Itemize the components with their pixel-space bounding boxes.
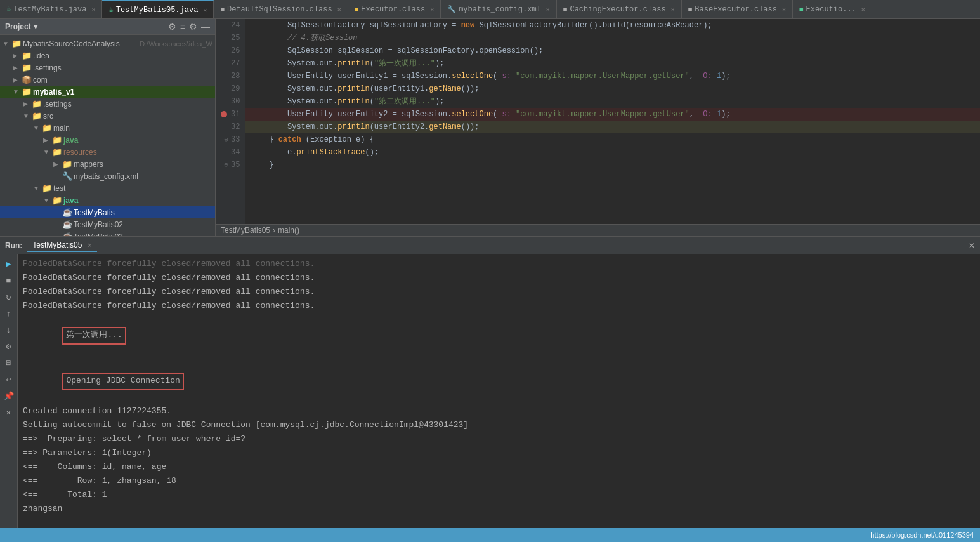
tab-CachingExecutor[interactable]: ◼ CachingExecutor.class ✕ — [557, 0, 682, 18]
pin-button[interactable]: 📌 — [2, 389, 16, 403]
tab-close-TestMyBatis[interactable]: ✕ — [91, 6, 95, 13]
output-line-3: PooledDataSource forcefully closed/remov… — [23, 285, 975, 299]
tab-close-CachingExecutor[interactable]: ✕ — [671, 6, 675, 13]
close-run-button[interactable]: ✕ — [2, 406, 16, 420]
run-panel-close[interactable]: ✕ — [969, 241, 975, 250]
line-numbers: 24 25 26 27 28 29 30 31 32 ⊖ 33 34 ⊖ 35 — [216, 19, 245, 224]
tab-TestMyBatis05[interactable]: ☕ TestMyBatis05.java ✕ — [102, 0, 214, 18]
tab-mybatis-config[interactable]: 🔧 mybatis_config.xml ✕ — [441, 0, 557, 18]
filter-button[interactable]: ⊟ — [2, 356, 16, 370]
ln-31: 31 — [221, 108, 240, 121]
tab-DefaultSqlSession[interactable]: ◼ DefaultSqlSession.class ✕ — [214, 0, 348, 18]
tree-label-TestMyBatis: TestMyBatis — [74, 208, 212, 217]
tree-arrow-settings: ▶ — [13, 64, 22, 71]
folder-icon-test-java: 📁 — [52, 195, 63, 205]
tree-arrow-java: ▶ — [43, 136, 52, 143]
tab-close-mybatis-config[interactable]: ✕ — [546, 6, 550, 13]
folder-icon-mybatis-settings: 📁 — [32, 99, 43, 109]
ln-26: 26 — [221, 44, 240, 57]
ln-25: 25 — [221, 32, 240, 44]
output-line-13: <== Total: 1 — [23, 488, 975, 502]
sync-icon[interactable]: ⚙ — [168, 22, 176, 32]
tree-arrow-mybatis-v1: ▼ — [13, 88, 22, 95]
tree-item-mybatis-v1[interactable]: ▼ 📁 mybatis_v1 — [0, 86, 215, 98]
tree-item-test[interactable]: ▼ 📁 test — [0, 182, 215, 194]
output-line-12: <== Row: 1, zhangsan, 18 — [23, 474, 975, 488]
breadcrumb-method: main() — [278, 226, 299, 235]
tree-arrow-mybatis-settings: ▶ — [23, 100, 32, 107]
tree-label-mappers: mappers — [74, 160, 212, 169]
tab-Executor[interactable]: ◼ Executor.class ✕ — [348, 0, 441, 18]
tree-item-java[interactable]: ▶ 📁 java — [0, 134, 215, 146]
tree-item-mybatis-settings[interactable]: ▶ 📁 .settings — [0, 98, 215, 110]
class-icon-4: ◼ — [688, 5, 693, 13]
code-line-25: // 4.获取Session — [245, 32, 980, 44]
soft-wrap-button[interactable]: ↩ — [2, 373, 16, 387]
ln-28: 28 — [221, 70, 240, 83]
java-class-icon-2: ☕ — [62, 220, 74, 229]
output-line-11: <== Columns: id, name, age — [23, 460, 975, 474]
tree-item-main[interactable]: ▼ 📁 main — [0, 122, 215, 134]
tab-BaseExecutor[interactable]: ◼ BaseExecutor.class ✕ — [682, 0, 793, 18]
xml-file-icon: 🔧 — [62, 171, 74, 181]
java-class-icon-3: ☕ — [62, 232, 74, 236]
ln-32: 32 — [221, 121, 240, 133]
settings-run-button[interactable]: ⚙ — [2, 340, 16, 354]
run-panel: Run: TestMyBatis05 ✕ ✕ ▶ ■ ↻ ↑ ↓ ⚙ ⊟ ↩ 📌… — [0, 236, 980, 528]
minimize-icon[interactable]: — — [201, 22, 210, 32]
output-line-1: PooledDataSource forcefully closed/remov… — [23, 257, 975, 271]
output-line-7: Created connection 1127224355. — [23, 404, 975, 418]
project-dropdown-arrow[interactable]: ▾ — [34, 22, 37, 31]
tab-close-TestMyBatis05[interactable]: ✕ — [203, 6, 207, 14]
tree-item-test-java[interactable]: ▼ 📁 java — [0, 194, 215, 206]
tab-TestMyBatis[interactable]: ☕ TestMyBatis.java ✕ — [0, 0, 102, 18]
tree-item-resources[interactable]: ▼ 📁 resources — [0, 146, 215, 158]
tab-close-Executor[interactable]: ✕ — [430, 6, 434, 13]
output-line-15: 第二次调用... — [23, 516, 975, 528]
tree-item-TestMyBatis[interactable]: ☕ TestMyBatis — [0, 206, 215, 218]
tree-label-test-java: java — [63, 196, 212, 205]
run-tab-close[interactable]: ✕ — [87, 242, 92, 249]
breakpoint-indicator — [221, 111, 227, 117]
run-button[interactable]: ▶ — [2, 257, 16, 271]
tree-label-java: java — [63, 136, 212, 145]
output-line-14: zhangsan — [23, 502, 975, 516]
tree-item-com[interactable]: ▶ 📦 com — [0, 74, 215, 86]
java-icon: ☕ — [6, 4, 11, 14]
tree-item-idea[interactable]: ▶ 📁 .idea — [0, 50, 215, 62]
tab-close-DefaultSqlSession[interactable]: ✕ — [337, 6, 341, 13]
tab-close-BaseExecutor[interactable]: ✕ — [782, 6, 786, 13]
tree-item-root[interactable]: ▼ 📁 MybatisSourceCodeAnalysis D:\Workspa… — [0, 37, 215, 50]
run-sidebar: ▶ ■ ↻ ↑ ↓ ⚙ ⊟ ↩ 📌 ✕ — [0, 254, 18, 528]
tab-close-Executio[interactable]: ✕ — [861, 6, 865, 13]
project-header-icons: ⚙ ≡ ⚙ — — [168, 22, 210, 32]
tree-arrow-main: ▼ — [33, 124, 42, 131]
tree-item-mappers[interactable]: ▶ 📁 mappers — [0, 158, 215, 170]
settings-icon[interactable]: ⚙ — [189, 22, 197, 32]
tree-label-mybatis-settings: .settings — [43, 100, 212, 109]
tab-Executio[interactable]: ◼ Executio... ✕ — [793, 0, 872, 18]
tree-item-TestMyBatis03[interactable]: ☕ TestMyBatis03 — [0, 230, 215, 236]
tree-item-mybatis-config-xml[interactable]: 🔧 mybatis_config.xml — [0, 170, 215, 182]
code-lines: SqlSessionFactory sqlSessionFactory = ne… — [245, 19, 980, 224]
folder-icon-root: 📁 — [11, 39, 23, 48]
class-icon-5: ◼ — [799, 5, 804, 13]
run-tab-active[interactable]: TestMyBatis05 ✕ — [27, 239, 96, 252]
tree-label-root: MybatisSourceCodeAnalysis — [23, 39, 136, 48]
scroll-up-button[interactable]: ↑ — [2, 307, 16, 321]
scroll-down-button[interactable]: ↓ — [2, 323, 16, 337]
code-line-31: UserEntity userEntity2 = sqlSession.sele… — [245, 108, 980, 121]
tree-item-src[interactable]: ▼ 📁 src — [0, 110, 215, 122]
tree-arrow-test-java: ▼ — [43, 197, 52, 204]
run-output[interactable]: PooledDataSource forcefully closed/remov… — [18, 254, 980, 528]
rerun-button[interactable]: ↻ — [2, 290, 16, 304]
code-content: 24 25 26 27 28 29 30 31 32 ⊖ 33 34 ⊖ 35 — [216, 19, 980, 224]
collapse-icon[interactable]: ≡ — [180, 22, 185, 32]
ln-29: 29 — [221, 83, 240, 95]
tree-arrow-root: ▼ — [3, 40, 11, 47]
tree-item-TestMyBatis02[interactable]: ☕ TestMyBatis02 — [0, 218, 215, 230]
stop-button[interactable]: ■ — [2, 274, 16, 288]
code-line-28: UserEntity userEntity1 = sqlSession.sele… — [245, 70, 980, 83]
tree-item-settings[interactable]: ▶ 📁 .settings — [0, 62, 215, 74]
tree-label-mybatis-config: mybatis_config.xml — [74, 172, 212, 181]
